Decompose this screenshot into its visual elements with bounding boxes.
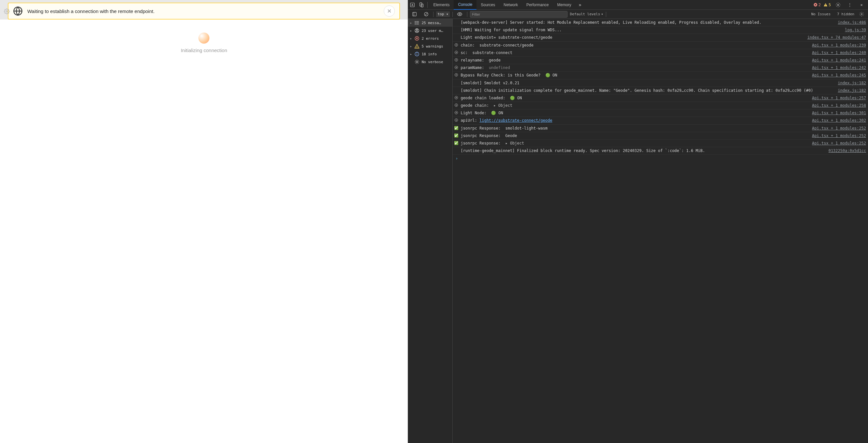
filter-input[interactable] — [470, 11, 567, 18]
log-source-link[interactable]: Api.tsx + 1 modules:252 — [812, 141, 866, 146]
log-message: [HMR] Waiting for update signal from WDS… — [461, 27, 843, 33]
log-row[interactable]: ✅jsonrpc Response: GeodeApi.tsx + 1 modu… — [453, 132, 868, 140]
console-log-pane[interactable]: [webpack-dev-server] Server started: Hot… — [453, 19, 868, 443]
app-body: Initializing connection — [0, 20, 408, 443]
log-level-icon — [454, 88, 459, 88]
log-row[interactable]: Bypass Relay Check: is this Geode? 🟢 ONA… — [453, 71, 868, 79]
settings-icon[interactable] — [834, 0, 843, 9]
log-message: [webpack-dev-server] Server started: Hot… — [461, 20, 836, 25]
log-row[interactable]: ✅jsonrpc Response: ▸ ObjectApi.tsx + 1 m… — [453, 140, 868, 147]
list-icon — [414, 20, 420, 25]
log-source-link[interactable]: 0132250a:0x5d1cc — [828, 148, 866, 153]
sidebar-filter-warn[interactable]: ▸5 warnings — [408, 42, 453, 50]
log-row[interactable]: sc: substrate-connectApi.tsx + 1 modules… — [453, 49, 868, 57]
more-tabs-icon[interactable]: » — [576, 0, 585, 9]
issues-label[interactable]: No Issues — [811, 12, 831, 16]
log-row[interactable]: paramName: undefinedApi.tsx + 1 modules:… — [453, 64, 868, 71]
tab-elements[interactable]: Elements — [429, 0, 454, 10]
console-settings-icon[interactable] — [857, 10, 866, 19]
app-pane: Waiting to establish a connection with t… — [0, 0, 408, 443]
log-level-icon — [454, 50, 459, 54]
log-levels-selector[interactable]: Default levels ▾ — [570, 12, 603, 16]
log-source-link[interactable]: Api.tsx + 1 modules:301 — [812, 110, 866, 116]
sidebar-filter-verbose[interactable]: No verbose — [408, 58, 453, 66]
log-source-link[interactable]: Api.tsx + 1 modules:242 — [812, 65, 866, 70]
device-toggle-icon[interactable] — [417, 0, 426, 9]
toggle-sidebar-icon[interactable] — [410, 10, 419, 19]
sidebar-filter-list[interactable]: ▸25 messa… — [408, 19, 453, 27]
tab-network[interactable]: Network — [499, 0, 522, 10]
log-source-link[interactable]: Api.tsx + 1 modules:302 — [812, 118, 866, 123]
inspect-icon[interactable] — [408, 0, 417, 9]
warn-count-badge[interactable]: 5 — [824, 3, 831, 7]
log-source-link[interactable]: index.js:486 — [838, 20, 866, 25]
sidebar-filter-info[interactable]: ▸18 info — [408, 50, 453, 58]
tab-console[interactable]: Console — [454, 0, 476, 10]
svg-point-0 — [6, 11, 8, 12]
sidebar-filter-label: 18 info — [422, 52, 436, 56]
log-source-link[interactable]: log.js:39 — [845, 27, 866, 33]
svg-point-36 — [456, 59, 457, 60]
log-source-link[interactable]: Api.tsx + 1 modules:245 — [812, 72, 866, 78]
svg-line-13 — [425, 13, 428, 16]
log-row[interactable]: relayname: geodeApi.tsx + 1 modules:241 — [453, 57, 868, 64]
sidebar-filter-error[interactable]: ▸2 errors — [408, 34, 453, 42]
log-source-link[interactable]: Api.tsx + 1 modules:252 — [812, 126, 866, 131]
log-row[interactable]: [webpack-dev-server] Server started: Hot… — [453, 19, 868, 26]
log-level-icon — [454, 72, 459, 77]
log-source-link[interactable]: index.js:182 — [838, 80, 866, 86]
log-level-icon — [454, 103, 459, 107]
svg-point-32 — [456, 44, 457, 45]
console-sidebar: ▸25 messa…▸23 user m…▸2 errors▸5 warning… — [408, 19, 453, 443]
svg-rect-10 — [413, 12, 416, 16]
log-row[interactable]: [smoldot] Chain initialization complete … — [453, 87, 868, 94]
log-row[interactable]: chain: substrate-connect/geodeApi.tsx + … — [453, 42, 868, 49]
log-row[interactable]: [smoldot] Smoldot v2.0.21index.js:182 — [453, 80, 868, 87]
log-row[interactable]: geode chain loaded: 🟢 ONApi.tsx + 1 modu… — [453, 94, 868, 102]
console-prompt[interactable]: › — [453, 155, 868, 162]
log-row[interactable]: [runtime-geode_mainnet] Finalized block … — [453, 147, 868, 155]
close-devtools-icon[interactable]: ✕ — [857, 0, 866, 9]
log-source-link[interactable]: Api.tsx + 1 modules:258 — [812, 103, 866, 108]
live-expression-icon[interactable] — [455, 10, 464, 19]
log-row[interactable]: geode chain: ▸ ObjectApi.tsx + 1 modules… — [453, 102, 868, 109]
close-notice-button[interactable]: ✕ — [384, 5, 395, 17]
log-level-icon — [454, 58, 459, 62]
error-icon — [414, 36, 420, 41]
log-source-link[interactable]: index.tsx + 74 modules:47 — [807, 35, 866, 40]
log-source-link[interactable]: index.js:182 — [838, 88, 866, 93]
log-row[interactable]: Light endpoint= substrate-connect/geodei… — [453, 34, 868, 41]
log-source-link[interactable]: Api.tsx + 1 modules:240 — [812, 50, 866, 55]
log-row[interactable]: Light Node: 🟢 ONApi.tsx + 1 modules:301 — [453, 109, 868, 117]
tab-sources[interactable]: Sources — [476, 0, 499, 10]
sidebar-filter-user[interactable]: ▸23 user m… — [408, 27, 453, 34]
log-message: [runtime-geode_mainnet] Finalized block … — [461, 148, 826, 153]
log-message: Light endpoint= substrate-connect/geode — [461, 35, 805, 40]
gear-bg-icon — [4, 8, 10, 14]
log-level-icon: ✅ — [454, 126, 459, 131]
log-level-icon: ✅ — [454, 133, 459, 138]
log-row[interactable]: [HMR] Waiting for update signal from WDS… — [453, 26, 868, 34]
console-toolbar: top ▾ Default levels ▾ No Issues 7 hidde… — [408, 10, 868, 19]
log-level-icon — [454, 65, 459, 69]
clear-console-icon[interactable] — [422, 10, 431, 19]
log-source-link[interactable]: Api.tsx + 1 modules:252 — [812, 133, 866, 138]
svg-point-21 — [415, 24, 415, 24]
log-source-link[interactable]: Api.tsx + 1 modules:257 — [812, 95, 866, 100]
context-selector[interactable]: top ▾ — [436, 11, 450, 17]
sidebar-filter-label: 23 user m… — [422, 29, 443, 33]
init-status-text: Initializing connection — [181, 48, 227, 53]
tab-memory[interactable]: Memory — [553, 0, 575, 10]
log-source-link[interactable]: Api.tsx + 1 modules:239 — [812, 42, 866, 48]
verbose-icon — [414, 59, 420, 64]
hidden-count-label[interactable]: 7 hidden — [837, 12, 854, 16]
svg-point-42 — [456, 97, 457, 98]
svg-point-40 — [456, 75, 457, 76]
error-count-badge[interactable]: 2 — [813, 3, 821, 7]
log-row[interactable]: apiUrl: light://substrate-connect/geodeA… — [453, 117, 868, 124]
log-level-icon — [454, 80, 459, 81]
kebab-icon[interactable]: ⋮ — [845, 0, 854, 9]
tab-performance[interactable]: Performance — [522, 0, 553, 10]
log-row[interactable]: ✅jsonrpc Response: smoldot-light-wasmApi… — [453, 125, 868, 132]
log-source-link[interactable]: Api.tsx + 1 modules:241 — [812, 58, 866, 63]
